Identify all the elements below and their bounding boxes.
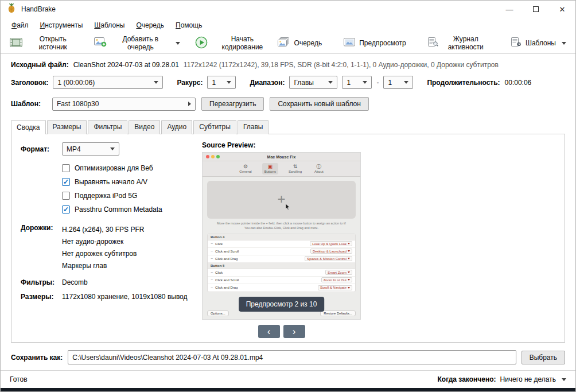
add-to-queue-label: Добавить в очередь bbox=[111, 35, 170, 51]
main-content: Исходный файл: CleanShot 2024-07-03 at 0… bbox=[1, 54, 575, 370]
preview-hint-line2: You can also Double-Click, Click and Dra… bbox=[208, 226, 355, 230]
duration-label: Продолжительность: bbox=[427, 79, 500, 87]
preview-tab-buttons: ▣ Buttons bbox=[262, 163, 278, 174]
chevron-down-icon bbox=[348, 279, 350, 281]
tab-filters[interactable]: Фильтры bbox=[88, 120, 127, 134]
queue-button[interactable]: Очередь bbox=[275, 35, 325, 51]
preview-bindings-table: Button 4 − Click Look Up & Quick Look − … bbox=[207, 234, 356, 292]
open-source-button[interactable]: Открыть источник bbox=[7, 33, 81, 53]
presets-button[interactable]: Шаблоны bbox=[509, 35, 569, 51]
preset-row: Шаблон: Fast 1080p30 Перезагрузить Сохра… bbox=[11, 97, 565, 111]
titlebar: HandBrake — ✕ bbox=[1, 1, 575, 18]
checkbox-passthru-metadata[interactable]: Passthru Common Metadata bbox=[62, 204, 202, 214]
checkbox-ipod-5g[interactable]: Поддержка iPod 5G bbox=[62, 191, 202, 200]
checkbox-align-av-start[interactable]: Выравнять начало A/V bbox=[62, 177, 202, 187]
browse-button[interactable]: Выбрать bbox=[521, 351, 565, 364]
format-row: Формат: MP4 bbox=[21, 142, 202, 156]
tab-chapters[interactable]: Главы bbox=[238, 120, 269, 134]
tracks-label: Дорожки: bbox=[21, 224, 62, 272]
range-to-value: 1 bbox=[388, 79, 392, 87]
preset-combobox[interactable]: Fast 1080p30 bbox=[52, 98, 196, 111]
info-icon: ⓘ bbox=[316, 164, 321, 170]
chevron-down-icon bbox=[110, 148, 115, 150]
tab-summary[interactable]: Сводка bbox=[11, 120, 46, 134]
document-gear-icon bbox=[511, 37, 521, 49]
buttons-icon: ▣ bbox=[268, 164, 273, 170]
add-to-queue-button[interactable]: Добавить в очередь bbox=[92, 33, 182, 53]
title-label: Заголовок: bbox=[11, 79, 48, 87]
range-label: Диапазон: bbox=[250, 79, 285, 87]
monitor-icon bbox=[344, 38, 355, 49]
menu-presets[interactable]: Шаблоны bbox=[89, 20, 130, 31]
range-separator: - bbox=[376, 79, 379, 87]
when-done-control[interactable]: Когда закончено: Ничего не делать bbox=[438, 375, 566, 383]
checkbox-label: Выравнять начало A/V bbox=[75, 178, 147, 186]
handbrake-window: HandBrake — ✕ Файл Инструменты Шаблоны О… bbox=[0, 0, 576, 392]
dimensions-row: Размеры: 1172x1080 хранение, 1019x1080 в… bbox=[21, 293, 202, 301]
menu-file[interactable]: Файл bbox=[6, 20, 34, 31]
dimensions-value: 1172x1080 хранение, 1019x1080 вывод bbox=[62, 293, 188, 301]
preview-row: − Click Smart Zoom bbox=[208, 269, 355, 277]
checkbox-web-optimized[interactable]: Оптимизирован для Веб bbox=[62, 163, 202, 173]
reload-preset-button[interactable]: Перезагрузить bbox=[201, 97, 264, 111]
range-from-value: 1 bbox=[347, 79, 351, 87]
chevron-down-icon bbox=[348, 271, 350, 273]
chevron-right-icon bbox=[188, 102, 191, 106]
menu-queue[interactable]: Очередь bbox=[131, 20, 169, 31]
minus-icon: − bbox=[211, 249, 213, 253]
title-row: Заголовок: 1 (00:00:06) Ракурс: 1 Диапаз… bbox=[11, 76, 565, 89]
start-encoding-button[interactable]: Начать кодирование bbox=[193, 33, 275, 53]
tab-video[interactable]: Видео bbox=[129, 120, 160, 134]
save-path-input[interactable] bbox=[68, 350, 516, 364]
minus-icon: − bbox=[211, 278, 213, 282]
preview-button[interactable]: Предпросмотр bbox=[341, 36, 408, 51]
close-button[interactable]: ✕ bbox=[549, 1, 575, 18]
tracks-block: Дорожки: H.264 (x264), 30 FPS PFR Нет ау… bbox=[21, 224, 202, 272]
chevron-down-icon[interactable] bbox=[562, 42, 566, 45]
menu-tools[interactable]: Инструменты bbox=[35, 20, 88, 31]
activity-log-button[interactable]: Журнал активности bbox=[426, 33, 492, 53]
checkbox-label: Passthru Common Metadata bbox=[75, 205, 162, 214]
chevron-down-icon[interactable] bbox=[176, 42, 180, 45]
preview-tab-scrolling: ⇅ Scrolling bbox=[286, 163, 304, 174]
cursor-icon bbox=[286, 202, 290, 212]
preview-restore-defaults-button: Restore Defaults... bbox=[320, 311, 356, 316]
save-as-row: Сохранить как: Выбрать bbox=[11, 350, 565, 364]
next-preview-button[interactable]: › bbox=[283, 325, 305, 338]
when-done-label: Когда закончено: bbox=[438, 375, 496, 383]
summary-panel: Формат: MP4 Оптимизирован для Веб Выравн… bbox=[11, 134, 565, 343]
range-from-combobox[interactable]: 1 bbox=[342, 76, 372, 89]
previous-preview-button[interactable]: ‹ bbox=[258, 325, 280, 338]
menu-help[interactable]: Помощь bbox=[170, 20, 207, 31]
chevron-down-icon bbox=[348, 250, 350, 252]
preview-tab-about: ⓘ About bbox=[312, 163, 326, 174]
chevron-down-icon bbox=[363, 81, 367, 84]
source-file-label: Исходный файл: bbox=[11, 61, 69, 69]
preview-window-title: Mac Mouse Fix bbox=[203, 155, 360, 159]
format-combobox[interactable]: MP4 bbox=[62, 142, 119, 156]
save-new-preset-button[interactable]: Сохранить новый шаблон bbox=[270, 97, 368, 111]
preview-tab-general: ⚙ General bbox=[237, 163, 254, 174]
chevron-down-icon bbox=[227, 81, 231, 84]
when-done-value: Ничего не делать bbox=[500, 375, 556, 383]
window-controls: — ✕ bbox=[496, 1, 575, 18]
minus-icon: − bbox=[211, 257, 213, 261]
angle-combobox[interactable]: 1 bbox=[207, 76, 236, 89]
preview-row: − Click and Drag Spaces & Mission Contro… bbox=[208, 255, 355, 263]
window-title: HandBrake bbox=[21, 5, 56, 13]
tab-subtitles[interactable]: Субтитры bbox=[193, 120, 236, 134]
tab-dimensions[interactable]: Размеры bbox=[47, 120, 87, 134]
minus-icon: − bbox=[211, 242, 213, 246]
presets-label: Шаблоны bbox=[526, 39, 556, 47]
minimize-button[interactable]: — bbox=[496, 1, 523, 18]
maximize-button[interactable] bbox=[523, 1, 549, 18]
range-to-combobox[interactable]: 1 bbox=[383, 76, 413, 89]
title-combobox[interactable]: 1 (00:00:06) bbox=[53, 76, 163, 89]
checkbox-icon bbox=[62, 178, 70, 186]
source-preview-image: Mac Mouse Fix ⚙ General bbox=[202, 152, 361, 320]
chevron-down-icon bbox=[404, 81, 408, 84]
range-type-combobox[interactable]: Главы bbox=[289, 76, 337, 89]
preview-mac-window: Mac Mouse Fix ⚙ General bbox=[203, 153, 360, 319]
handbrake-logo-icon bbox=[6, 3, 17, 15]
tab-audio[interactable]: Аудио bbox=[161, 120, 192, 134]
